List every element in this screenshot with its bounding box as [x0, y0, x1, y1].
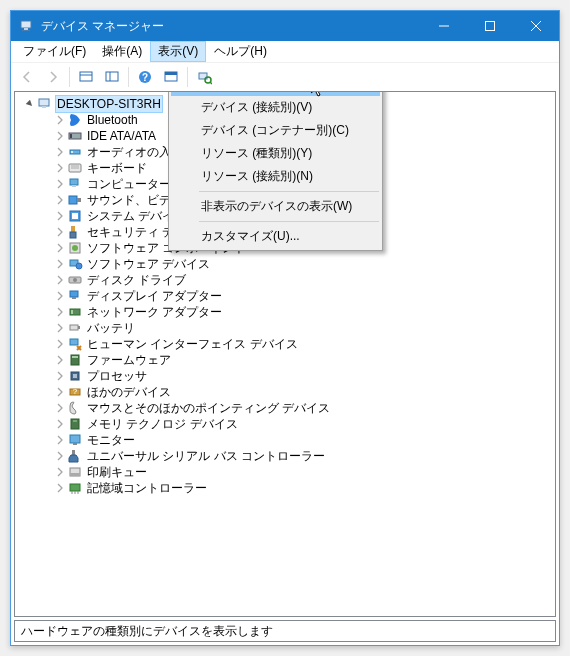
expand-icon[interactable] — [53, 449, 67, 463]
menu-devices-by-connection[interactable]: デバイス (接続別)(V) — [171, 96, 380, 119]
menu-view[interactable]: 表示(V) — [150, 41, 206, 62]
tree-item-label[interactable]: ネットワーク アダプター — [85, 304, 224, 320]
tree-item-label[interactable]: 記憶域コントローラー — [85, 480, 209, 496]
back-button[interactable] — [15, 65, 39, 89]
scan-button[interactable] — [192, 65, 216, 89]
toolbar-btn-4[interactable] — [159, 65, 183, 89]
tree-item[interactable]: メモリ テクノロジ デバイス — [37, 416, 553, 432]
tree-item[interactable]: 記憶域コントローラー — [37, 480, 553, 496]
expand-icon[interactable] — [53, 193, 67, 207]
svg-rect-21 — [70, 134, 72, 138]
expand-icon[interactable] — [53, 129, 67, 143]
menu-resources-by-connection[interactable]: リソース (接続別)(N) — [171, 165, 380, 188]
tree-item[interactable]: ユニバーサル シリアル バス コントローラー — [37, 448, 553, 464]
expand-icon[interactable] — [53, 369, 67, 383]
svg-point-36 — [72, 245, 78, 251]
tree-item[interactable]: モニター — [37, 432, 553, 448]
tree-item[interactable]: 印刷キュー — [37, 464, 553, 480]
tree-item-label[interactable]: ディスク ドライブ — [85, 272, 188, 288]
tree-item-label[interactable]: バッテリ — [85, 320, 137, 336]
minimize-button[interactable] — [421, 11, 467, 41]
tree-item[interactable]: ファームウェア — [37, 352, 553, 368]
menu-devices-by-container[interactable]: デバイス (コンテナー別)(C) — [171, 119, 380, 142]
tree-item-label[interactable]: コンピューター — [85, 176, 173, 192]
expand-icon[interactable] — [53, 401, 67, 415]
expand-icon[interactable] — [53, 417, 67, 431]
expand-icon[interactable] — [53, 433, 67, 447]
expand-icon[interactable] — [53, 321, 67, 335]
tree-item-label[interactable]: ソフトウェア デバイス — [85, 256, 212, 272]
expand-icon[interactable] — [53, 145, 67, 159]
tree-item-label[interactable]: システム デバイ — [85, 208, 176, 224]
help-button[interactable]: ? — [133, 65, 157, 89]
tree-item-label[interactable]: 印刷キュー — [85, 464, 149, 480]
tree-item-label[interactable]: IDE ATA/ATA — [85, 128, 158, 144]
toolbar-btn-1[interactable] — [74, 65, 98, 89]
tree-item-label[interactable]: メモリ テクノロジ デバイス — [85, 416, 240, 432]
forward-button[interactable] — [41, 65, 65, 89]
expand-icon[interactable] — [53, 385, 67, 399]
menu-help[interactable]: ヘルプ(H) — [206, 41, 275, 62]
maximize-button[interactable] — [467, 11, 513, 41]
tree-item-label[interactable]: オーディオの入 — [85, 144, 173, 160]
svg-rect-19 — [42, 106, 46, 108]
tree-item[interactable]: ディスク ドライブ — [37, 272, 553, 288]
expand-icon[interactable] — [53, 353, 67, 367]
tree-item-label[interactable]: ヒューマン インターフェイス デバイス — [85, 336, 300, 352]
expand-icon[interactable] — [53, 241, 67, 255]
svg-rect-27 — [70, 179, 78, 185]
separator — [187, 67, 188, 87]
tree-item[interactable]: ソフトウェア デバイス — [37, 256, 553, 272]
expand-icon[interactable] — [53, 113, 67, 127]
expand-icon[interactable] — [53, 209, 67, 223]
titlebar[interactable]: デバイス マネージャー — [11, 11, 559, 41]
tree-item[interactable]: ?ほかのデバイス — [37, 384, 553, 400]
expand-icon[interactable] — [53, 289, 67, 303]
tree-item-label[interactable]: ディスプレイ アダプター — [85, 288, 224, 304]
menu-resources-by-type[interactable]: リソース (種類別)(Y) — [171, 142, 380, 165]
expand-icon[interactable] — [53, 177, 67, 191]
device-icon — [67, 192, 83, 208]
device-manager-window: デバイス マネージャー ファイル(F) 操作(A) 表示(V) ヘルプ(H) ?… — [10, 10, 560, 646]
tree-item-label[interactable]: キーボード — [85, 160, 149, 176]
tree-item-label[interactable]: Bluetooth — [85, 112, 140, 128]
tree-item[interactable]: ヒューマン インターフェイス デバイス — [37, 336, 553, 352]
expand-icon[interactable] — [53, 305, 67, 319]
menu-show-hidden[interactable]: 非表示のデバイスの表示(W) — [171, 195, 380, 218]
expand-icon[interactable] — [53, 273, 67, 287]
svg-rect-0 — [21, 21, 31, 28]
tree-item[interactable]: ディスプレイ アダプター — [37, 288, 553, 304]
svg-rect-33 — [71, 226, 75, 232]
tree-item[interactable]: バッテリ — [37, 320, 553, 336]
toolbar: ? — [11, 63, 559, 91]
expand-icon[interactable] — [53, 257, 67, 271]
tree-item-label[interactable]: マウスとそのほかのポインティング デバイス — [85, 400, 332, 416]
menu-action[interactable]: 操作(A) — [94, 41, 150, 62]
menu-customize[interactable]: カスタマイズ(U)... — [171, 225, 380, 248]
expand-icon[interactable] — [53, 161, 67, 175]
expand-icon[interactable] — [53, 337, 67, 351]
device-icon — [67, 176, 83, 192]
expand-icon[interactable] — [53, 481, 67, 495]
toolbar-btn-2[interactable] — [100, 65, 124, 89]
tree-item-label[interactable]: ファームウェア — [85, 352, 173, 368]
tree-item-label[interactable]: ユニバーサル シリアル バス コントローラー — [85, 448, 327, 464]
menu-file[interactable]: ファイル(F) — [15, 41, 94, 62]
root-label[interactable]: DESKTOP-SIT3RH — [55, 95, 163, 113]
device-icon — [67, 352, 83, 368]
device-icon: ? — [67, 384, 83, 400]
device-icon — [67, 160, 83, 176]
tree-item[interactable]: ネットワーク アダプター — [37, 304, 553, 320]
tree-item-label[interactable]: モニター — [85, 432, 137, 448]
svg-rect-60 — [70, 473, 80, 476]
expand-icon[interactable] — [53, 225, 67, 239]
svg-rect-44 — [71, 310, 73, 314]
tree-item-label[interactable]: プロセッサ — [85, 368, 149, 384]
expand-icon[interactable] — [53, 465, 67, 479]
close-button[interactable] — [513, 11, 559, 41]
collapse-icon[interactable] — [23, 97, 37, 111]
tree-panel: DESKTOP-SIT3RH BluetoothIDE ATA/ATAオーディオ… — [14, 91, 556, 617]
tree-item-label[interactable]: ほかのデバイス — [85, 384, 173, 400]
tree-item[interactable]: マウスとそのほかのポインティング デバイス — [37, 400, 553, 416]
tree-item[interactable]: プロセッサ — [37, 368, 553, 384]
